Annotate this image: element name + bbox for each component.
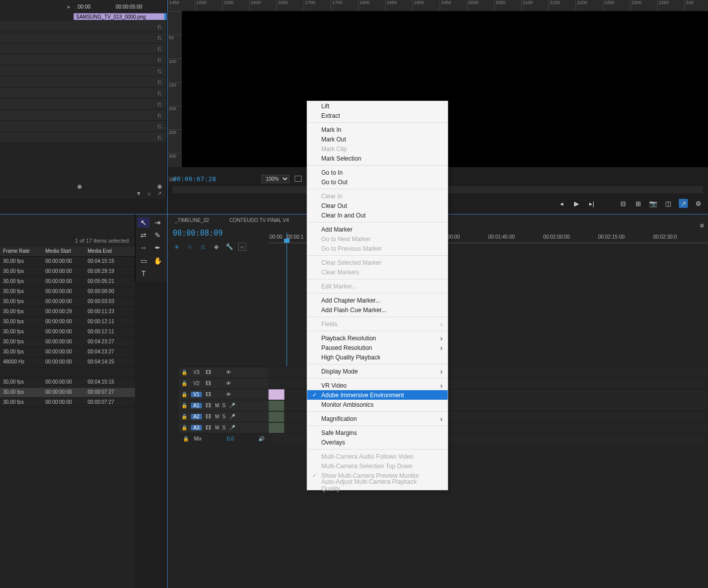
menu-item[interactable]: Playback Resolution (307, 333, 448, 343)
wrench-icon[interactable]: 🔧 (225, 243, 233, 251)
film-icon[interactable]: 🎞 (205, 370, 212, 375)
monitor-timecode[interactable]: 00:00:07:28 (173, 175, 216, 183)
menu-item[interactable]: Clear Out (307, 201, 448, 210)
step-back-icon[interactable]: ◂ (557, 199, 566, 208)
project-row[interactable]: 30,00 fps00:00:00:2900:00:11:23 (0, 307, 135, 317)
project-row[interactable]: 30,00 fps00:00:00:0000:04:15:15 (0, 378, 135, 388)
timeline-tab[interactable]: CONTEUDO TV FINAL V4 (229, 217, 289, 223)
magnet-icon[interactable]: ∩ (186, 243, 194, 251)
project-row[interactable]: 30,00 fps00:00:00:0000:00:07:27 (0, 398, 135, 408)
rectangle-tool-icon[interactable]: ▭ (137, 256, 150, 266)
menu-item[interactable]: Monitor Ambisonics (307, 400, 448, 409)
film-icon[interactable]: 🎞 (205, 392, 212, 397)
timeline-timecode[interactable]: 00:00:08:09 (173, 229, 223, 238)
mic-icon[interactable]: 🎤 (229, 403, 236, 408)
track-header-v1[interactable]: 🔒 V1 🎞 👁 (179, 389, 268, 400)
zoom-slider-handle[interactable] (78, 185, 82, 189)
eye-icon[interactable]: 👁 (225, 392, 232, 397)
project-row[interactable]: 30,00 fps00:00:00:0000:00:07:27 (0, 388, 135, 398)
camera-icon[interactable]: 📷 (649, 199, 658, 208)
track-row[interactable]: ⎌ (0, 121, 167, 132)
step-fwd-icon[interactable]: ▸| (587, 199, 596, 208)
cc-icon[interactable]: cc (238, 243, 246, 251)
type-tool-icon[interactable]: T (137, 268, 150, 278)
clip-item[interactable]: SAMSUNG_TV_013_0000.png (74, 13, 167, 20)
pen-tool-icon[interactable]: ✒ (152, 243, 164, 253)
play-icon[interactable]: ▶ (572, 199, 581, 208)
zoom-slider-handle[interactable] (158, 185, 162, 189)
mix-value[interactable]: 0,0 (227, 436, 234, 442)
lock-icon[interactable]: 🔒 (181, 414, 188, 419)
track-row[interactable]: ⎌ (0, 21, 167, 32)
film-icon[interactable]: 🎞 (205, 403, 212, 408)
track-select-tool-icon[interactable]: ⇥ (152, 217, 164, 228)
project-row[interactable]: 30,00 fps00:00:00:0000:00:12:11 (0, 317, 135, 327)
menu-item[interactable]: Magnification (307, 414, 448, 423)
extract-icon[interactable]: ⊞ (633, 199, 643, 208)
col-media-end[interactable]: Media End (85, 247, 127, 256)
track-header-v3[interactable]: 🔒 V3 🎞 👁 (179, 366, 268, 378)
link-icon[interactable]: ⎌ (199, 243, 207, 251)
project-row[interactable]: 30,00 fps00:00:00:0000:00:08:00 (0, 287, 135, 297)
filter-icon[interactable]: ▼ (136, 190, 141, 197)
col-media-start[interactable]: Media Start (42, 247, 85, 256)
expand-arrow[interactable]: ▸ (0, 4, 74, 10)
compare-icon[interactable]: ◫ (664, 199, 673, 208)
lock-icon[interactable]: 🔒 (181, 425, 188, 430)
timeline-tab[interactable]: _TIMELINE_02 (175, 217, 209, 223)
search-icon[interactable]: ⌕ (148, 190, 151, 197)
lock-icon[interactable]: 🔒 (181, 370, 188, 375)
mute-label[interactable]: M (215, 403, 219, 408)
lift-icon[interactable]: ⊟ (618, 199, 627, 208)
razor-tool-icon[interactable]: ✎ (152, 230, 164, 240)
menu-item[interactable]: Mark Out (307, 134, 448, 144)
menu-item[interactable]: Display Mode (307, 366, 448, 376)
menu-item[interactable]: Paused Resolution (307, 343, 448, 352)
track-row[interactable]: ⎌ (0, 88, 167, 99)
track-header-a2[interactable]: 🔒 A2 🎞 M S 🎤 (179, 411, 268, 422)
film-icon[interactable]: 🎞 (205, 414, 212, 419)
hand-tool-icon[interactable]: ✋ (152, 256, 164, 266)
track-row[interactable]: ⎌ (0, 54, 167, 65)
mix-track[interactable]: 🔒 Mix 0,0 🔊 (179, 433, 268, 444)
export-icon[interactable]: ↗ (157, 190, 162, 197)
project-row[interactable]: 30,00 fps00:00:00:0000:05:05:21 (0, 277, 135, 287)
col-frame-rate[interactable]: Frame Rate (0, 247, 42, 256)
track-row[interactable]: ⎌ (0, 110, 167, 121)
film-icon[interactable]: 🎞 (205, 425, 212, 430)
track-row[interactable]: ⎌ (0, 65, 167, 77)
track-row[interactable]: ⎌ (0, 77, 167, 88)
track-row[interactable]: ⎌ (0, 43, 167, 54)
project-row[interactable]: 30,00 fps00:00:00:0000:00:12:11 (0, 327, 135, 337)
project-row[interactable]: 30,00 fps00:00:00:0000:04:23:27 (0, 347, 135, 357)
eye-icon[interactable]: 👁 (225, 381, 232, 386)
project-row[interactable]: 48000 Hz00:00:00:0000:04:14:25 (0, 357, 135, 368)
slip-tool-icon[interactable]: ↔ (137, 243, 150, 253)
menu-item[interactable]: Adobe Immersive Environment (307, 390, 448, 400)
menu-item[interactable]: Mark In (307, 125, 448, 134)
export-frame-icon[interactable]: ↗ (679, 199, 688, 208)
mic-icon[interactable]: 🎤 (229, 425, 236, 430)
solo-label[interactable]: S (222, 414, 226, 419)
track-header-v2[interactable]: 🔒 V2 🎞 👁 (179, 378, 268, 389)
panel-menu-icon[interactable]: ≡ (700, 222, 704, 230)
safe-margins-icon[interactable] (295, 176, 302, 182)
menu-item[interactable]: Add Flash Cue Marker... (307, 305, 448, 315)
lock-icon[interactable]: 🔒 (181, 403, 188, 408)
mic-icon[interactable]: 🎤 (229, 414, 236, 419)
settings-icon[interactable]: ⚙ (694, 199, 703, 208)
menu-item[interactable]: Extract (307, 111, 448, 120)
project-row[interactable]: 30,00 fps00:00:00:0000:04:23:27 (0, 337, 135, 347)
track-row[interactable]: ⎌ (0, 132, 167, 143)
mute-label[interactable]: M (215, 414, 219, 419)
lock-icon[interactable]: 🔒 (181, 392, 188, 397)
lock-icon[interactable]: 🔒 (183, 436, 189, 442)
project-row[interactable]: 30,00 fps00:00:00:0000:08:29:19 (0, 267, 135, 277)
solo-label[interactable]: S (222, 425, 226, 430)
menu-item[interactable]: Go to Out (307, 177, 448, 187)
menu-item[interactable]: VR Video (307, 381, 448, 390)
speaker-icon[interactable]: 🔊 (258, 436, 264, 442)
track-row[interactable]: ⎌ (0, 99, 167, 110)
menu-item[interactable]: Overlays (307, 437, 448, 447)
track-row[interactable]: ⎌ (0, 32, 167, 43)
